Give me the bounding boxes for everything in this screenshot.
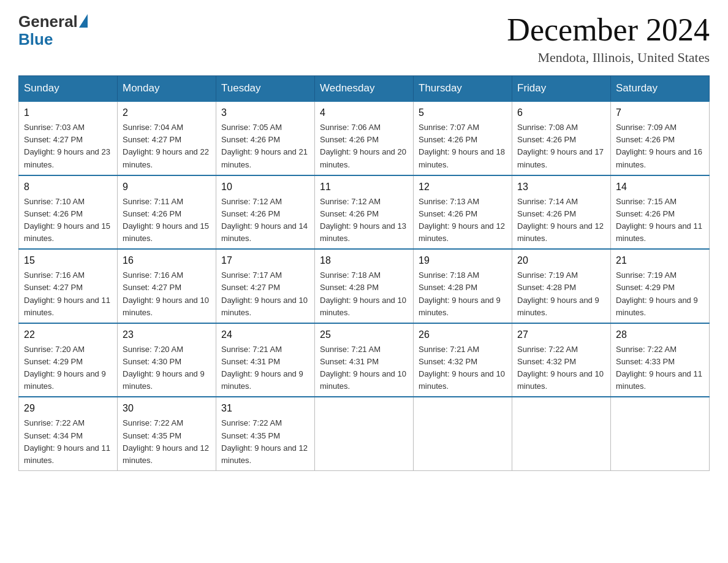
day-info: Sunrise: 7:19 AMSunset: 4:29 PMDaylight:… bbox=[616, 270, 698, 316]
logo-blue-text: Blue bbox=[18, 30, 53, 49]
table-row: 22 Sunrise: 7:20 AMSunset: 4:29 PMDaylig… bbox=[19, 323, 118, 397]
day-info: Sunrise: 7:12 AMSunset: 4:26 PMDaylight:… bbox=[221, 197, 308, 243]
table-row: 23 Sunrise: 7:20 AMSunset: 4:30 PMDaylig… bbox=[118, 323, 216, 397]
day-number: 1 bbox=[24, 105, 112, 120]
day-info: Sunrise: 7:17 AMSunset: 4:27 PMDaylight:… bbox=[221, 270, 308, 316]
day-info: Sunrise: 7:13 AMSunset: 4:26 PMDaylight:… bbox=[419, 197, 505, 243]
logo: General Blue bbox=[18, 12, 88, 49]
day-info: Sunrise: 7:09 AMSunset: 4:26 PMDaylight:… bbox=[616, 123, 702, 169]
day-number: 27 bbox=[517, 327, 605, 342]
day-number: 15 bbox=[24, 253, 112, 268]
table-row: 2 Sunrise: 7:04 AMSunset: 4:27 PMDayligh… bbox=[118, 101, 216, 175]
table-row: 6 Sunrise: 7:08 AMSunset: 4:26 PMDayligh… bbox=[512, 101, 611, 175]
table-row: 8 Sunrise: 7:10 AMSunset: 4:26 PMDayligh… bbox=[19, 175, 118, 250]
col-tuesday: Tuesday bbox=[216, 76, 315, 102]
table-row bbox=[414, 397, 512, 470]
calendar-header-row: Sunday Monday Tuesday Wednesday Thursday… bbox=[19, 76, 710, 102]
day-info: Sunrise: 7:22 AMSunset: 4:32 PMDaylight:… bbox=[517, 345, 604, 391]
table-row: 24 Sunrise: 7:21 AMSunset: 4:31 PMDaylig… bbox=[216, 323, 315, 397]
day-info: Sunrise: 7:20 AMSunset: 4:29 PMDaylight:… bbox=[24, 345, 106, 391]
day-number: 3 bbox=[221, 105, 309, 120]
logo-triangle-icon bbox=[79, 14, 88, 28]
day-info: Sunrise: 7:19 AMSunset: 4:28 PMDaylight:… bbox=[517, 270, 599, 316]
table-row: 17 Sunrise: 7:17 AMSunset: 4:27 PMDaylig… bbox=[216, 249, 315, 323]
col-wednesday: Wednesday bbox=[315, 76, 414, 102]
day-number: 29 bbox=[24, 401, 112, 416]
col-sunday: Sunday bbox=[19, 76, 118, 102]
day-number: 19 bbox=[419, 253, 507, 268]
day-info: Sunrise: 7:22 AMSunset: 4:35 PMDaylight:… bbox=[221, 418, 308, 464]
day-info: Sunrise: 7:22 AMSunset: 4:33 PMDaylight:… bbox=[616, 345, 702, 391]
day-info: Sunrise: 7:04 AMSunset: 4:27 PMDaylight:… bbox=[123, 123, 209, 169]
day-info: Sunrise: 7:18 AMSunset: 4:28 PMDaylight:… bbox=[320, 270, 406, 316]
day-info: Sunrise: 7:08 AMSunset: 4:26 PMDaylight:… bbox=[517, 123, 604, 169]
table-row bbox=[611, 397, 710, 470]
table-row: 3 Sunrise: 7:05 AMSunset: 4:26 PMDayligh… bbox=[216, 101, 315, 175]
day-info: Sunrise: 7:14 AMSunset: 4:26 PMDaylight:… bbox=[517, 197, 604, 243]
day-number: 2 bbox=[123, 105, 211, 120]
col-monday: Monday bbox=[118, 76, 216, 102]
calendar-week-row: 29 Sunrise: 7:22 AMSunset: 4:34 PMDaylig… bbox=[19, 397, 710, 470]
col-thursday: Thursday bbox=[414, 76, 512, 102]
table-row: 4 Sunrise: 7:06 AMSunset: 4:26 PMDayligh… bbox=[315, 101, 414, 175]
calendar-week-row: 22 Sunrise: 7:20 AMSunset: 4:29 PMDaylig… bbox=[19, 323, 710, 397]
table-row: 12 Sunrise: 7:13 AMSunset: 4:26 PMDaylig… bbox=[414, 175, 512, 250]
title-area: December 2024 Mendota, Illinois, United … bbox=[507, 12, 710, 66]
col-friday: Friday bbox=[512, 76, 611, 102]
day-number: 30 bbox=[123, 401, 211, 416]
day-number: 4 bbox=[320, 105, 408, 120]
day-info: Sunrise: 7:10 AMSunset: 4:26 PMDaylight:… bbox=[24, 197, 110, 243]
day-info: Sunrise: 7:07 AMSunset: 4:26 PMDaylight:… bbox=[419, 123, 505, 169]
day-number: 22 bbox=[24, 327, 112, 342]
day-info: Sunrise: 7:21 AMSunset: 4:32 PMDaylight:… bbox=[419, 345, 505, 391]
day-number: 11 bbox=[320, 180, 408, 194]
table-row: 21 Sunrise: 7:19 AMSunset: 4:29 PMDaylig… bbox=[611, 249, 710, 323]
table-row: 5 Sunrise: 7:07 AMSunset: 4:26 PMDayligh… bbox=[414, 101, 512, 175]
day-number: 23 bbox=[123, 327, 211, 342]
month-title: December 2024 bbox=[507, 12, 710, 47]
calendar-week-row: 8 Sunrise: 7:10 AMSunset: 4:26 PMDayligh… bbox=[19, 175, 710, 250]
table-row: 11 Sunrise: 7:12 AMSunset: 4:26 PMDaylig… bbox=[315, 175, 414, 250]
table-row: 25 Sunrise: 7:21 AMSunset: 4:31 PMDaylig… bbox=[315, 323, 414, 397]
location-text: Mendota, Illinois, United States bbox=[507, 50, 710, 66]
day-info: Sunrise: 7:12 AMSunset: 4:26 PMDaylight:… bbox=[320, 197, 406, 243]
day-info: Sunrise: 7:16 AMSunset: 4:27 PMDaylight:… bbox=[123, 270, 209, 316]
day-number: 5 bbox=[419, 105, 507, 120]
table-row: 1 Sunrise: 7:03 AMSunset: 4:27 PMDayligh… bbox=[19, 101, 118, 175]
table-row: 30 Sunrise: 7:22 AMSunset: 4:35 PMDaylig… bbox=[118, 397, 216, 470]
day-number: 18 bbox=[320, 253, 408, 268]
day-number: 6 bbox=[517, 105, 605, 120]
day-info: Sunrise: 7:22 AMSunset: 4:35 PMDaylight:… bbox=[123, 418, 209, 464]
day-number: 17 bbox=[221, 253, 309, 268]
day-info: Sunrise: 7:06 AMSunset: 4:26 PMDaylight:… bbox=[320, 123, 406, 169]
calendar-table: Sunday Monday Tuesday Wednesday Thursday… bbox=[18, 75, 710, 471]
table-row: 13 Sunrise: 7:14 AMSunset: 4:26 PMDaylig… bbox=[512, 175, 611, 250]
col-saturday: Saturday bbox=[611, 76, 710, 102]
day-number: 12 bbox=[419, 180, 507, 194]
table-row: 14 Sunrise: 7:15 AMSunset: 4:26 PMDaylig… bbox=[611, 175, 710, 250]
day-number: 10 bbox=[221, 180, 309, 194]
table-row: 10 Sunrise: 7:12 AMSunset: 4:26 PMDaylig… bbox=[216, 175, 315, 250]
day-number: 7 bbox=[616, 105, 704, 120]
table-row: 27 Sunrise: 7:22 AMSunset: 4:32 PMDaylig… bbox=[512, 323, 611, 397]
day-info: Sunrise: 7:21 AMSunset: 4:31 PMDaylight:… bbox=[221, 345, 303, 391]
day-number: 26 bbox=[419, 327, 507, 342]
day-number: 13 bbox=[517, 180, 605, 194]
day-info: Sunrise: 7:18 AMSunset: 4:28 PMDaylight:… bbox=[419, 270, 501, 316]
day-number: 14 bbox=[616, 180, 704, 194]
table-row: 18 Sunrise: 7:18 AMSunset: 4:28 PMDaylig… bbox=[315, 249, 414, 323]
day-info: Sunrise: 7:22 AMSunset: 4:34 PMDaylight:… bbox=[24, 418, 110, 464]
table-row: 15 Sunrise: 7:16 AMSunset: 4:27 PMDaylig… bbox=[19, 249, 118, 323]
table-row: 9 Sunrise: 7:11 AMSunset: 4:26 PMDayligh… bbox=[118, 175, 216, 250]
day-number: 20 bbox=[517, 253, 605, 268]
day-info: Sunrise: 7:15 AMSunset: 4:26 PMDaylight:… bbox=[616, 197, 702, 243]
table-row: 16 Sunrise: 7:16 AMSunset: 4:27 PMDaylig… bbox=[118, 249, 216, 323]
day-number: 8 bbox=[24, 180, 112, 194]
table-row: 7 Sunrise: 7:09 AMSunset: 4:26 PMDayligh… bbox=[611, 101, 710, 175]
day-info: Sunrise: 7:20 AMSunset: 4:30 PMDaylight:… bbox=[123, 345, 205, 391]
day-info: Sunrise: 7:11 AMSunset: 4:26 PMDaylight:… bbox=[123, 197, 209, 243]
day-number: 25 bbox=[320, 327, 408, 342]
day-number: 24 bbox=[221, 327, 309, 342]
table-row: 31 Sunrise: 7:22 AMSunset: 4:35 PMDaylig… bbox=[216, 397, 315, 470]
table-row bbox=[512, 397, 611, 470]
